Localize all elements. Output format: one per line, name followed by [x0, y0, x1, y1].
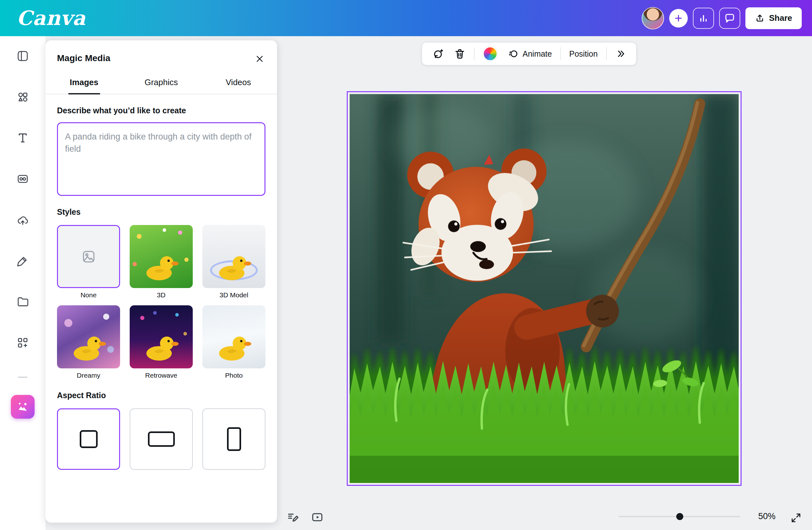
avatar[interactable]	[642, 7, 664, 29]
style-option-3d-model[interactable]: 3D Model	[202, 225, 265, 299]
landscape-ratio-icon	[148, 431, 175, 447]
animate-button[interactable]: Animate	[506, 46, 554, 61]
zoom-level: 50%	[752, 512, 781, 521]
panel-title: Magic Media	[57, 53, 265, 63]
toolbar-divider	[560, 47, 561, 60]
aspect-landscape-button[interactable]	[130, 408, 193, 470]
panel-tabs: Images Graphics Videos	[45, 72, 277, 94]
duck-photo-thumb	[211, 332, 257, 363]
color-wheel-icon	[483, 46, 497, 61]
draw-icon	[16, 254, 29, 267]
styles-label: Styles	[57, 207, 265, 217]
sidebar-item-magic-media[interactable]	[11, 395, 34, 418]
describe-label: Describe what you’d like to create	[57, 106, 265, 115]
upload-icon	[755, 13, 765, 23]
regenerate-button[interactable]	[430, 46, 446, 61]
sidebar	[0, 36, 45, 530]
magic-media-panel: Magic Media Images Graphics Videos Descr…	[45, 40, 277, 522]
fullscreen-button[interactable]	[788, 510, 804, 526]
position-label: Position	[569, 49, 598, 59]
prompt-input[interactable]	[57, 122, 265, 196]
top-bar: Canva Share	[0, 0, 812, 36]
canva-logo[interactable]: Canva	[17, 6, 86, 30]
elements-icon	[16, 91, 29, 103]
trash-icon	[454, 48, 466, 60]
insights-icon	[698, 13, 709, 24]
style-option-dreamy[interactable]: Dreamy	[57, 305, 120, 379]
image-toolbar: Animate Position	[422, 43, 636, 65]
sidebar-item-apps[interactable]	[14, 334, 32, 352]
selected-image[interactable]	[347, 91, 742, 486]
close-panel-button[interactable]	[252, 51, 267, 67]
magic-media-icon	[16, 400, 30, 414]
position-button[interactable]: Position	[567, 47, 600, 60]
more-tools-button[interactable]	[613, 46, 628, 61]
uploads-icon	[16, 214, 29, 226]
animate-label: Animate	[523, 49, 552, 59]
comments-icon	[724, 13, 736, 24]
aspect-ratio-options	[57, 408, 265, 470]
aspect-portrait-button[interactable]	[202, 408, 265, 470]
more-chevrons-icon	[615, 48, 626, 59]
animate-icon	[508, 48, 519, 59]
color-picker-button[interactable]	[481, 44, 499, 63]
text-icon	[16, 132, 29, 144]
share-button[interactable]: Share	[745, 8, 802, 29]
sidebar-item-elements[interactable]	[14, 88, 32, 106]
duck-3d-thumb	[139, 251, 184, 283]
canva-app: Canva Share	[0, 0, 812, 530]
toolbar-divider	[606, 47, 607, 60]
toolbar-divider	[474, 47, 475, 60]
aspect-square-button[interactable]	[57, 408, 120, 470]
image-placeholder-icon	[81, 249, 96, 264]
aspect-ratio-label: Aspect Ratio	[57, 391, 265, 400]
style-option-none[interactable]: None	[57, 225, 120, 299]
insights-button[interactable]	[693, 8, 714, 29]
tab-images[interactable]: Images	[45, 72, 122, 94]
comments-button[interactable]	[719, 8, 740, 29]
delete-button[interactable]	[452, 46, 467, 61]
sidebar-item-draw[interactable]	[14, 252, 32, 270]
sidebar-item-projects[interactable]	[14, 293, 32, 311]
sidebar-item-brand[interactable]	[14, 170, 32, 188]
add-member-icon	[674, 13, 683, 23]
duck-3d-model-thumb	[211, 251, 257, 283]
tab-graphics[interactable]: Graphics	[122, 72, 200, 94]
red-panda-artwork	[350, 94, 739, 483]
styles-grid: None 3D 3D Model	[57, 225, 265, 379]
sidebar-item-text[interactable]	[14, 129, 32, 147]
tab-videos[interactable]: Videos	[200, 72, 277, 94]
duck-dreamy-thumb	[66, 332, 112, 363]
regenerate-icon	[432, 48, 444, 60]
portrait-ratio-icon	[227, 427, 241, 451]
brand-icon	[16, 173, 29, 185]
add-member-button[interactable]	[669, 9, 688, 28]
sidebar-divider	[18, 377, 28, 378]
square-ratio-icon	[80, 430, 98, 448]
design-icon	[16, 49, 29, 62]
share-label: Share	[769, 13, 792, 23]
zoom-slider-thumb[interactable]	[676, 513, 683, 520]
close-icon	[255, 55, 264, 63]
present-button[interactable]	[309, 509, 325, 526]
expand-icon	[790, 512, 802, 524]
apps-icon	[16, 336, 29, 349]
sidebar-item-design[interactable]	[14, 47, 32, 65]
notes-button[interactable]	[284, 509, 301, 526]
top-bar-actions: Share	[642, 7, 802, 29]
style-option-3d[interactable]: 3D	[130, 225, 193, 299]
notes-icon	[287, 511, 299, 523]
sidebar-item-uploads[interactable]	[14, 211, 32, 229]
style-option-retrowave[interactable]: Retrowave	[130, 305, 193, 379]
style-option-photo[interactable]: Photo	[202, 305, 265, 379]
present-icon	[311, 511, 323, 523]
duck-retrowave-thumb	[139, 332, 184, 363]
projects-icon	[16, 295, 29, 308]
